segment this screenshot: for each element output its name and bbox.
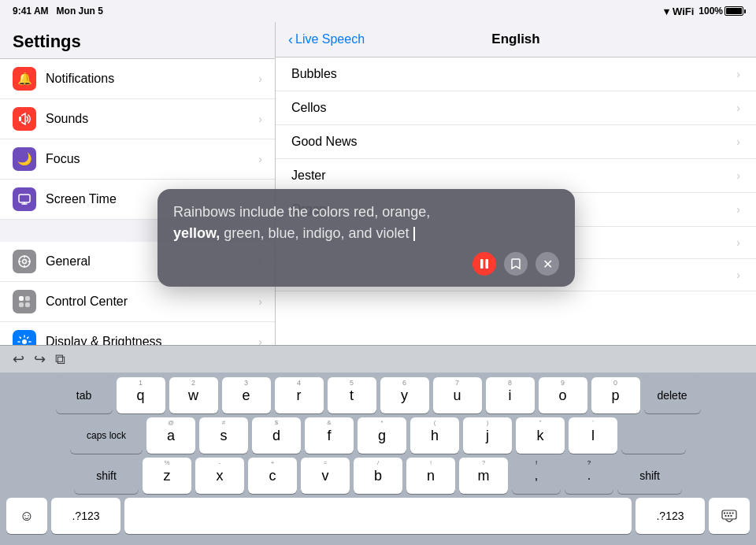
sidebar-item-control-center[interactable]: Control Center › <box>0 282 275 322</box>
organ-chevron: › <box>736 203 740 216</box>
period-key[interactable]: ?. <box>565 458 613 494</box>
caps-lock-key[interactable]: caps lock <box>70 417 143 454</box>
undo-button[interactable]: ↩ <box>13 350 24 368</box>
back-button[interactable]: ‹ Live Speech <box>288 32 365 48</box>
key-l[interactable]: 'l <box>569 417 617 454</box>
svg-rect-11 <box>722 510 736 519</box>
key-h[interactable]: (h <box>410 417 459 454</box>
key-a[interactable]: @a <box>146 417 195 454</box>
general-icon <box>13 250 36 273</box>
comma-key[interactable]: !, <box>512 458 561 494</box>
live-speech-text-line1: Rainbows include the colors red, orange, <box>173 204 430 220</box>
right-header-title: English <box>491 32 539 47</box>
send-key[interactable]: send <box>621 417 686 454</box>
key-e[interactable]: 3e <box>222 377 271 413</box>
good-news-label: Good News <box>291 135 736 149</box>
redo-button[interactable]: ↪ <box>34 350 46 368</box>
key-y[interactable]: 6y <box>380 377 429 413</box>
back-label: Live Speech <box>295 32 365 46</box>
right-shift-key[interactable]: shift <box>617 458 682 494</box>
keyboard-key[interactable] <box>709 498 750 534</box>
bubbles-label: Bubbles <box>291 67 736 81</box>
delete-key[interactable]: delete <box>644 377 701 413</box>
sounds-label: Sounds <box>46 112 258 126</box>
key-k[interactable]: "k <box>516 417 565 454</box>
key-row-1: tab 1q 2w 3e 4r 5t 6y 7u 8i 9o 0p delete <box>3 377 753 413</box>
jester-chevron: › <box>736 169 740 182</box>
sounds-chevron: › <box>258 113 262 125</box>
svg-rect-18 <box>731 515 732 517</box>
keyboard-area: ↩ ↪ ⧉ tab 1q 2w 3e 4r 5t 6y 7u 8i 9o 0p … <box>0 345 756 545</box>
settings-title: Settings <box>0 22 275 59</box>
key-o[interactable]: 9o <box>539 377 587 413</box>
battery-icon <box>724 6 743 16</box>
tab-key[interactable]: tab <box>56 377 113 413</box>
list-item-good-news[interactable]: Good News › <box>276 125 756 159</box>
key-w[interactable]: 2w <box>169 377 218 413</box>
sidebar-item-focus[interactable]: 🌙 Focus › <box>0 139 275 180</box>
left-shift-key[interactable]: shift <box>74 458 139 494</box>
svg-rect-12 <box>724 513 725 514</box>
sidebar-item-notifications[interactable]: 🔔 Notifications › <box>0 59 275 99</box>
num-key-left[interactable]: .?123 <box>51 498 120 534</box>
live-speech-text-rest: green, blue, indigo, and violet <box>220 225 409 241</box>
close-button[interactable]: ✕ <box>536 252 559 276</box>
svg-rect-14 <box>729 513 731 514</box>
key-r[interactable]: 4r <box>275 377 324 413</box>
time-display: 9:41 AM <box>13 6 49 17</box>
focus-label: Focus <box>46 152 258 166</box>
key-x[interactable]: -x <box>195 458 244 494</box>
key-v[interactable]: =v <box>301 458 350 494</box>
control-center-chevron: › <box>258 295 262 308</box>
sidebar-item-sounds[interactable]: Sounds › <box>0 99 275 139</box>
key-c[interactable]: +c <box>248 458 297 494</box>
paste-button[interactable]: ⧉ <box>55 351 65 368</box>
space-key[interactable] <box>124 498 632 534</box>
num-key-right[interactable]: .?123 <box>636 498 705 534</box>
key-s[interactable]: #s <box>199 417 248 454</box>
svg-rect-4 <box>19 296 24 301</box>
key-q[interactable]: 1q <box>117 377 165 413</box>
svg-rect-10 <box>486 259 489 269</box>
list-item-jester[interactable]: Jester › <box>276 159 756 193</box>
svg-rect-16 <box>725 515 727 517</box>
key-row-3: shift %z -x +c =v /b !n ?m !, ?. shift <box>3 458 753 494</box>
status-bar: 9:41 AM Mon Jun 5 ▾ WiFi 100% <box>0 0 756 22</box>
live-speech-text: Rainbows include the colors red, orange,… <box>173 202 559 244</box>
key-j[interactable]: )j <box>463 417 512 454</box>
list-item-bubbles[interactable]: Bubbles › <box>276 57 756 91</box>
key-b[interactable]: /b <box>354 458 402 494</box>
bookmark-button[interactable] <box>504 252 528 276</box>
key-d[interactable]: $d <box>252 417 301 454</box>
pause-button[interactable] <box>472 252 496 276</box>
svg-rect-0 <box>19 117 21 121</box>
keyboard-toolbar: ↩ ↪ ⧉ <box>0 345 756 373</box>
key-u[interactable]: 7u <box>433 377 482 413</box>
svg-rect-17 <box>728 515 729 517</box>
good-news-chevron: › <box>736 135 740 148</box>
notifications-label: Notifications <box>46 72 258 86</box>
key-i[interactable]: 8i <box>486 377 535 413</box>
key-g[interactable]: *g <box>358 417 406 454</box>
svg-point-3 <box>23 260 27 264</box>
date-display: Mon Jun 5 <box>57 6 103 17</box>
svg-rect-13 <box>727 513 728 514</box>
key-t[interactable]: 5t <box>328 377 376 413</box>
svg-rect-1 <box>19 195 30 202</box>
emoji-key[interactable]: ☺ <box>6 498 47 534</box>
control-center-icon <box>13 290 36 313</box>
live-speech-overlay: Rainbows include the colors red, orange,… <box>158 189 575 287</box>
key-n[interactable]: !n <box>406 458 455 494</box>
key-p[interactable]: 0p <box>591 377 640 413</box>
back-chevron-icon: ‹ <box>288 32 293 48</box>
cellos-label: Cellos <box>291 101 736 115</box>
list-item-cellos[interactable]: Cellos › <box>276 91 756 125</box>
key-f[interactable]: &f <box>305 417 354 454</box>
key-z[interactable]: %z <box>143 458 191 494</box>
status-time: 9:41 AM Mon Jun 5 <box>13 6 103 17</box>
focus-chevron: › <box>258 153 262 165</box>
notifications-chevron: › <box>258 72 262 85</box>
svg-point-8 <box>22 339 27 344</box>
key-m[interactable]: ?m <box>459 458 508 494</box>
focus-icon: 🌙 <box>13 147 36 171</box>
